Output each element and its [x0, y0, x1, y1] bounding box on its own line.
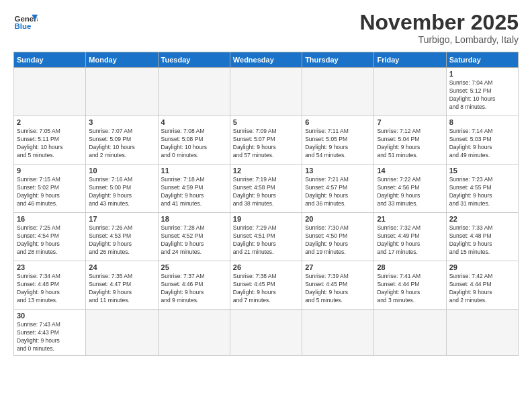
day-number: 15 [449, 167, 515, 175]
day-number: 23 [17, 263, 83, 271]
calendar-cell [374, 310, 446, 356]
month-title: November 2025 [359, 11, 519, 34]
calendar-cell [446, 310, 518, 356]
calendar-cell: 21Sunrise: 7:32 AM Sunset: 4:49 PM Dayli… [374, 213, 446, 261]
calendar-cell: 12Sunrise: 7:19 AM Sunset: 4:58 PM Dayli… [230, 165, 302, 213]
day-number: 20 [305, 215, 371, 223]
day-number: 25 [161, 263, 227, 271]
calendar-cell: 20Sunrise: 7:30 AM Sunset: 4:50 PM Dayli… [302, 213, 374, 261]
day-number: 28 [377, 263, 443, 271]
calendar-cell: 25Sunrise: 7:37 AM Sunset: 4:46 PM Dayli… [158, 261, 230, 310]
calendar-cell [302, 310, 374, 356]
calendar-cell: 11Sunrise: 7:18 AM Sunset: 4:59 PM Dayli… [158, 165, 230, 213]
calendar-cell: 14Sunrise: 7:22 AM Sunset: 4:56 PM Dayli… [374, 165, 446, 213]
day-number: 7 [377, 118, 443, 126]
day-number: 29 [449, 263, 515, 271]
calendar-cell: 29Sunrise: 7:42 AM Sunset: 4:44 PM Dayli… [446, 261, 518, 310]
day-info: Sunrise: 7:21 AM Sunset: 4:57 PM Dayligh… [305, 176, 371, 208]
day-info: Sunrise: 7:42 AM Sunset: 4:44 PM Dayligh… [449, 273, 515, 305]
calendar-cell: 2Sunrise: 7:05 AM Sunset: 5:11 PM Daylig… [14, 116, 86, 165]
day-number: 24 [89, 263, 154, 271]
day-info: Sunrise: 7:35 AM Sunset: 4:47 PM Dayligh… [89, 273, 154, 305]
svg-text:Blue: Blue [14, 22, 32, 30]
day-info: Sunrise: 7:08 AM Sunset: 5:08 PM Dayligh… [161, 128, 227, 160]
week-row-6: 30Sunrise: 7:43 AM Sunset: 4:43 PM Dayli… [14, 310, 519, 356]
day-info: Sunrise: 7:22 AM Sunset: 4:56 PM Dayligh… [377, 176, 443, 208]
calendar-cell: 15Sunrise: 7:23 AM Sunset: 4:55 PM Dayli… [446, 165, 518, 213]
day-info: Sunrise: 7:34 AM Sunset: 4:48 PM Dayligh… [17, 273, 83, 305]
day-info: Sunrise: 7:11 AM Sunset: 5:05 PM Dayligh… [305, 128, 371, 160]
calendar-cell [14, 68, 86, 116]
day-info: Sunrise: 7:30 AM Sunset: 4:50 PM Dayligh… [305, 224, 371, 257]
location-subtitle: Turbigo, Lombardy, Italy [359, 34, 519, 45]
title-block: November 2025 Turbigo, Lombardy, Italy [359, 11, 519, 45]
calendar-cell: 10Sunrise: 7:16 AM Sunset: 5:00 PM Dayli… [86, 165, 158, 213]
day-info: Sunrise: 7:41 AM Sunset: 4:44 PM Dayligh… [377, 273, 443, 305]
day-number: 17 [89, 215, 154, 223]
day-number: 2 [17, 118, 83, 126]
day-number: 14 [377, 167, 443, 175]
logo: General Blue [13, 11, 38, 35]
day-info: Sunrise: 7:15 AM Sunset: 5:02 PM Dayligh… [17, 176, 83, 208]
week-row-2: 2Sunrise: 7:05 AM Sunset: 5:11 PM Daylig… [14, 116, 519, 165]
day-number: 13 [305, 167, 371, 175]
weekday-header-row: SundayMondayTuesdayWednesdayThursdayFrid… [14, 52, 519, 68]
calendar-cell: 4Sunrise: 7:08 AM Sunset: 5:08 PM Daylig… [158, 116, 230, 165]
header: General Blue November 2025 Turbigo, Lomb… [13, 11, 519, 45]
calendar-cell: 23Sunrise: 7:34 AM Sunset: 4:48 PM Dayli… [14, 261, 86, 310]
day-info: Sunrise: 7:25 AM Sunset: 4:54 PM Dayligh… [17, 224, 83, 257]
calendar-cell: 3Sunrise: 7:07 AM Sunset: 5:09 PM Daylig… [86, 116, 158, 165]
weekday-sunday: Sunday [14, 52, 86, 68]
weekday-friday: Friday [374, 52, 446, 68]
day-number: 12 [233, 167, 299, 175]
week-row-3: 9Sunrise: 7:15 AM Sunset: 5:02 PM Daylig… [14, 165, 519, 213]
weekday-thursday: Thursday [302, 52, 374, 68]
day-info: Sunrise: 7:39 AM Sunset: 4:45 PM Dayligh… [305, 273, 371, 305]
day-number: 11 [161, 167, 227, 175]
day-info: Sunrise: 7:18 AM Sunset: 4:59 PM Dayligh… [161, 176, 227, 208]
day-number: 8 [449, 118, 515, 126]
calendar-cell: 27Sunrise: 7:39 AM Sunset: 4:45 PM Dayli… [302, 261, 374, 310]
day-number: 6 [305, 118, 371, 126]
calendar-cell: 13Sunrise: 7:21 AM Sunset: 4:57 PM Dayli… [302, 165, 374, 213]
logo-icon: General Blue [13, 11, 38, 35]
day-number: 16 [17, 215, 83, 223]
weekday-tuesday: Tuesday [158, 52, 230, 68]
day-info: Sunrise: 7:33 AM Sunset: 4:48 PM Dayligh… [449, 224, 515, 257]
calendar-cell: 16Sunrise: 7:25 AM Sunset: 4:54 PM Dayli… [14, 213, 86, 261]
day-number: 1 [449, 70, 515, 78]
day-number: 4 [161, 118, 227, 126]
calendar-cell: 1Sunrise: 7:04 AM Sunset: 5:12 PM Daylig… [446, 68, 518, 116]
day-number: 10 [89, 167, 154, 175]
calendar-cell [158, 68, 230, 116]
day-info: Sunrise: 7:43 AM Sunset: 4:43 PM Dayligh… [17, 321, 83, 353]
calendar-cell: 6Sunrise: 7:11 AM Sunset: 5:05 PM Daylig… [302, 116, 374, 165]
day-info: Sunrise: 7:07 AM Sunset: 5:09 PM Dayligh… [89, 128, 154, 160]
day-number: 5 [233, 118, 299, 126]
week-row-4: 16Sunrise: 7:25 AM Sunset: 4:54 PM Dayli… [14, 213, 519, 261]
calendar-cell [230, 68, 302, 116]
day-number: 19 [233, 215, 299, 223]
calendar-cell: 7Sunrise: 7:12 AM Sunset: 5:04 PM Daylig… [374, 116, 446, 165]
calendar-cell: 17Sunrise: 7:26 AM Sunset: 4:53 PM Dayli… [86, 213, 158, 261]
day-number: 22 [449, 215, 515, 223]
day-info: Sunrise: 7:14 AM Sunset: 5:03 PM Dayligh… [449, 128, 515, 160]
weekday-saturday: Saturday [446, 52, 518, 68]
calendar-cell: 30Sunrise: 7:43 AM Sunset: 4:43 PM Dayli… [14, 310, 86, 356]
day-number: 21 [377, 215, 443, 223]
day-info: Sunrise: 7:26 AM Sunset: 4:53 PM Dayligh… [89, 224, 154, 257]
calendar-cell: 18Sunrise: 7:28 AM Sunset: 4:52 PM Dayli… [158, 213, 230, 261]
week-row-1: 1Sunrise: 7:04 AM Sunset: 5:12 PM Daylig… [14, 68, 519, 116]
calendar-cell [86, 310, 158, 356]
calendar-cell [302, 68, 374, 116]
calendar-cell [158, 310, 230, 356]
day-info: Sunrise: 7:23 AM Sunset: 4:55 PM Dayligh… [449, 176, 515, 208]
day-number: 3 [89, 118, 154, 126]
day-info: Sunrise: 7:29 AM Sunset: 4:51 PM Dayligh… [233, 224, 299, 257]
day-number: 27 [305, 263, 371, 271]
calendar-table: SundayMondayTuesdayWednesdayThursdayFrid… [13, 52, 519, 356]
calendar-cell: 22Sunrise: 7:33 AM Sunset: 4:48 PM Dayli… [446, 213, 518, 261]
calendar-cell: 19Sunrise: 7:29 AM Sunset: 4:51 PM Dayli… [230, 213, 302, 261]
day-info: Sunrise: 7:12 AM Sunset: 5:04 PM Dayligh… [377, 128, 443, 160]
calendar-cell: 26Sunrise: 7:38 AM Sunset: 4:45 PM Dayli… [230, 261, 302, 310]
